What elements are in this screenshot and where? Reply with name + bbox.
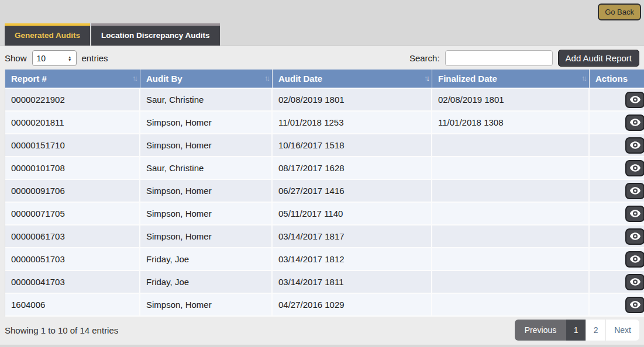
tab-bar: Generated AuditsLocation Discrepancy Aud… <box>5 23 220 46</box>
audit-date-cell: 03/14/2017 1812 <box>273 248 432 271</box>
column-header-audit-by[interactable]: Audit By↑↓ <box>140 70 273 89</box>
tab-generated-audits[interactable]: Generated Audits <box>5 23 90 46</box>
table-header-row: Report #↑↓Audit By↑↓Audit Date↑↓Finalize… <box>5 70 644 89</box>
finalized-date-cell <box>432 225 590 248</box>
eye-icon <box>630 255 640 263</box>
view-button[interactable] <box>625 274 644 290</box>
table-row: 00000101708Saur, Christine08/17/2017 162… <box>5 157 644 180</box>
report-number-cell: 00000051703 <box>5 248 140 271</box>
report-number-cell: 00000151710 <box>5 134 140 157</box>
actions-cell <box>590 225 644 248</box>
audit-reports-table: Report #↑↓Audit By↑↓Audit Date↑↓Finalize… <box>5 70 644 317</box>
eye-icon <box>630 278 640 286</box>
view-button[interactable] <box>625 137 644 154</box>
column-label: Report # <box>11 74 47 84</box>
actions-group <box>595 297 644 313</box>
view-button[interactable] <box>625 92 644 108</box>
report-number-cell: 00000221902 <box>5 89 140 112</box>
eye-icon <box>630 233 640 240</box>
pagination-page-2[interactable]: 2 <box>586 320 605 341</box>
show-label: Show <box>5 53 27 63</box>
table-row: 00000201811Simpson, Homer11/01/2018 1253… <box>5 112 644 134</box>
audit-by-cell: Saur, Christine <box>140 157 273 180</box>
finalized-date-cell <box>432 134 590 157</box>
report-number-cell: 00000201811 <box>5 112 140 134</box>
audit-date-cell: 06/27/2017 1416 <box>273 180 432 203</box>
audit-date-cell: 03/14/2017 1811 <box>273 271 432 294</box>
audit-date-cell: 05/11/2017 1140 <box>273 203 432 225</box>
finalized-date-cell <box>432 294 590 317</box>
table-row: 00000041703Friday, Joe03/14/2017 1811 <box>5 271 644 294</box>
column-header-actions: Actions <box>590 70 644 89</box>
page-size-group: Show 10 ▲▼ entries <box>5 50 108 66</box>
content-panel: Show 10 ▲▼ entries Search: Add Audit Rep… <box>0 46 644 345</box>
actions-cell <box>590 203 644 225</box>
audit-by-cell: Friday, Joe <box>140 271 273 294</box>
column-label: Finalized Date <box>438 74 497 84</box>
finalized-date-cell <box>432 203 590 225</box>
actions-group <box>595 274 644 290</box>
audit-date-cell: 02/08/2019 1801 <box>273 89 432 112</box>
report-number-cell: 1604006 <box>5 294 140 317</box>
report-number-cell: 00000101708 <box>5 157 140 180</box>
actions-group <box>595 92 644 108</box>
eye-icon <box>630 210 640 217</box>
actions-group <box>595 160 644 176</box>
actions-group <box>595 206 644 222</box>
report-number-cell: 00000091706 <box>5 180 140 203</box>
audit-date-cell: 08/17/2017 1628 <box>273 157 432 180</box>
audit-by-cell: Simpson, Homer <box>140 225 273 248</box>
actions-cell <box>590 112 644 134</box>
view-button[interactable] <box>625 206 644 222</box>
audit-by-cell: Simpson, Homer <box>140 112 273 134</box>
view-button[interactable] <box>625 251 644 268</box>
search-input[interactable] <box>445 50 553 66</box>
table-row: 00000221902Saur, Christine02/08/2019 180… <box>5 89 644 112</box>
table-footer: Showing 1 to 10 of 14 entries Previous12… <box>5 320 639 341</box>
audit-by-cell: Saur, Christine <box>140 89 273 112</box>
showing-entries-text: Showing 1 to 10 of 14 entries <box>5 325 118 335</box>
audit-by-cell: Simpson, Homer <box>140 134 273 157</box>
table-row: 00000051703Friday, Joe03/14/2017 1812 <box>5 248 644 271</box>
actions-cell <box>590 180 644 203</box>
pagination-page-1[interactable]: 1 <box>566 320 586 341</box>
audit-by-cell: Friday, Joe <box>140 248 273 271</box>
view-button[interactable] <box>625 183 644 199</box>
table-row: 00000151710Simpson, Homer10/16/2017 1518 <box>5 134 644 157</box>
entries-label: entries <box>82 53 108 63</box>
pagination: Previous12Next <box>515 320 639 341</box>
actions-cell <box>590 271 644 294</box>
finalized-date-cell <box>432 157 590 180</box>
actions-group <box>595 228 644 245</box>
table-row: 00000091706Simpson, Homer06/27/2017 1416 <box>5 180 644 203</box>
audit-by-cell: Simpson, Homer <box>140 294 273 317</box>
actions-group <box>595 137 644 154</box>
column-header-finalized-date[interactable]: Finalized Date↑↓ <box>432 70 590 89</box>
view-button[interactable] <box>625 228 644 245</box>
view-button[interactable] <box>625 114 644 131</box>
tab-location-discrepancy-audits[interactable]: Location Discrepancy Audits <box>91 23 220 46</box>
pagination-previous-button[interactable]: Previous <box>515 320 566 341</box>
audit-date-cell: 04/27/2016 1029 <box>273 294 432 317</box>
pagination-next-button[interactable]: Next <box>605 320 639 341</box>
table-toolbar: Show 10 ▲▼ entries Search: Add Audit Rep… <box>0 46 644 70</box>
finalized-date-cell: 11/01/2018 1308 <box>432 112 590 134</box>
sort-arrows-icon: ↑↓ <box>132 74 136 82</box>
view-button[interactable] <box>625 297 644 313</box>
table-row: 1604006Simpson, Homer04/27/2016 1029 <box>5 294 644 317</box>
column-label: Actions <box>595 74 628 84</box>
add-audit-report-button[interactable]: Add Audit Report <box>558 50 639 67</box>
audit-date-cell: 03/14/2017 1817 <box>273 225 432 248</box>
report-number-cell: 00000071705 <box>5 203 140 225</box>
report-number-cell: 00000061703 <box>5 225 140 248</box>
actions-cell <box>590 248 644 271</box>
page-size-select[interactable]: 10 ▲▼ <box>32 50 77 66</box>
finalized-date-cell <box>432 271 590 294</box>
eye-icon <box>630 119 640 126</box>
column-header-audit-date[interactable]: Audit Date↑↓ <box>273 70 432 89</box>
go-back-button[interactable]: Go Back <box>598 4 641 20</box>
view-button[interactable] <box>625 160 644 176</box>
column-header-report[interactable]: Report #↑↓ <box>5 70 140 89</box>
eye-icon <box>630 301 640 308</box>
actions-cell <box>590 89 644 112</box>
